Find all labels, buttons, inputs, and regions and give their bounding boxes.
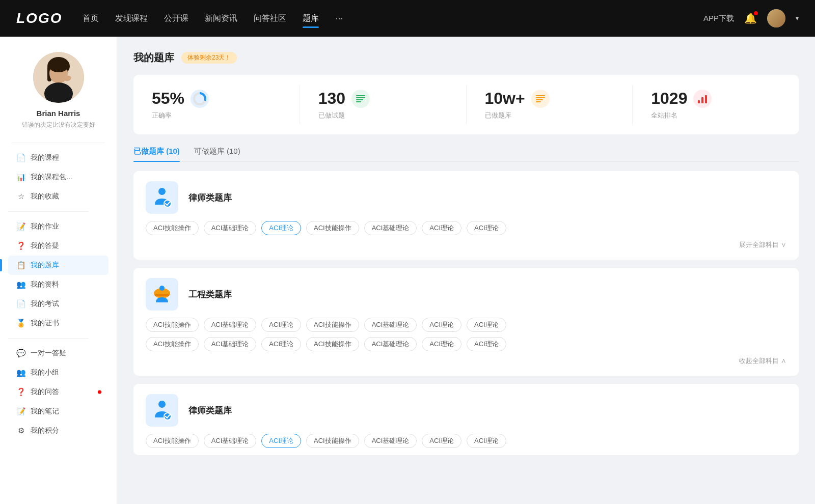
- tag-aci-skill-2[interactable]: ACI技能操作: [306, 221, 359, 235]
- qbank-lawyer1-icon: [146, 181, 178, 214]
- eng-tag-basic-3[interactable]: ACI基础理论: [204, 337, 257, 351]
- svg-rect-16: [536, 99, 543, 100]
- lawyer2-tag-skill-2[interactable]: ACI技能操作: [306, 434, 359, 448]
- qbank-lawyer2-tags: ACI技能操作 ACI基础理论 ACI理论 ACI技能操作 ACI基础理论 AC…: [146, 434, 786, 448]
- collapse-engineer-button[interactable]: 收起全部科目 ∧: [739, 356, 786, 366]
- sidebar-item-exam[interactable]: 📄 我的考试: [8, 294, 108, 314]
- tab-todo[interactable]: 可做题库 (10): [194, 147, 240, 161]
- stat-rank-label: 全站排名: [651, 111, 677, 120]
- stat-done-banks: 10w+ 已做题库: [467, 85, 633, 124]
- qbank-lawyer2-icon: [146, 394, 178, 427]
- sidebar-label-myqa: 我的问答: [31, 387, 59, 397]
- svg-rect-17: [536, 101, 541, 102]
- nav-more[interactable]: ···: [335, 13, 343, 24]
- sidebar-item-question[interactable]: ❓ 我的答疑: [8, 236, 108, 256]
- tag-aci-theory-2[interactable]: ACI理论: [422, 221, 461, 235]
- nav-home[interactable]: 首页: [83, 11, 99, 26]
- lawyer2-tag-theory-2[interactable]: ACI理论: [422, 434, 461, 448]
- stat-accuracy: 55% 正确率: [133, 85, 300, 124]
- group-icon: 👥: [16, 368, 25, 377]
- notification-dot: [754, 11, 758, 15]
- sidebar-item-cert[interactable]: 🏅 我的证书: [8, 314, 108, 333]
- svg-point-21: [158, 188, 166, 195]
- sidebar-label-homework: 我的作业: [31, 222, 59, 231]
- homework-icon: 📝: [16, 222, 25, 231]
- tag-aci-theory-1[interactable]: ACI理论: [261, 221, 301, 235]
- logo[interactable]: LOGO: [16, 10, 62, 26]
- nav-discover[interactable]: 发现课程: [115, 11, 148, 26]
- points-icon: ⚙: [16, 426, 25, 435]
- stat-done-q-label: 已做试题: [318, 111, 345, 120]
- sidebar-item-qbank[interactable]: 📋 我的题库: [8, 256, 108, 275]
- eng-tag-theory-1[interactable]: ACI理论: [261, 318, 301, 332]
- eng-tag-theory-2[interactable]: ACI理论: [422, 318, 461, 332]
- eng-tag-skill-3[interactable]: ACI技能操作: [146, 337, 199, 351]
- eng-tag-skill-4[interactable]: ACI技能操作: [306, 337, 359, 351]
- eng-tag-basic-4[interactable]: ACI基础理论: [364, 337, 417, 351]
- qbank-lawyer1-header: 律师类题库: [146, 181, 786, 214]
- sidebar-item-homework[interactable]: 📝 我的作业: [8, 217, 108, 236]
- user-avatar[interactable]: [767, 9, 785, 27]
- sidebar-item-course[interactable]: 📄 我的课程: [8, 148, 108, 167]
- sidebar-item-profile[interactable]: 👥 我的资料: [8, 275, 108, 294]
- sidebar-item-collect[interactable]: ☆ 我的收藏: [8, 187, 108, 206]
- sidebar-label-package: 我的课程包...: [31, 173, 72, 182]
- lawyer2-tag-basic-2[interactable]: ACI基础理论: [364, 434, 417, 448]
- profile-icon: 👥: [16, 280, 25, 289]
- eng-tag-theory-4[interactable]: ACI理论: [261, 337, 301, 351]
- myqa-notification-dot: [98, 390, 101, 394]
- stat-done-q-top: 130: [318, 89, 370, 108]
- nav-open[interactable]: 公开课: [164, 11, 188, 26]
- sidebar-item-group[interactable]: 👥 我的小组: [8, 363, 108, 382]
- nav-news[interactable]: 新闻资讯: [205, 11, 237, 26]
- sidebar-item-points[interactable]: ⚙ 我的积分: [8, 421, 108, 440]
- tag-aci-skill-1[interactable]: ACI技能操作: [146, 221, 199, 235]
- svg-point-27: [158, 401, 166, 408]
- qbank-card-lawyer1: 律师类题库 ACI技能操作 ACI基础理论 ACI理论 ACI技能操作 ACI基…: [133, 171, 799, 260]
- tag-aci-basic-2[interactable]: ACI基础理论: [364, 221, 417, 235]
- nav-qa[interactable]: 问答社区: [254, 11, 286, 26]
- tab-done[interactable]: 已做题库 (10): [133, 147, 180, 161]
- eng-tag-theory-6[interactable]: ACI理论: [467, 337, 506, 351]
- user-menu-chevron[interactable]: ▾: [796, 15, 799, 22]
- page-body: Brian Harris 错误的决定比没有决定要好 📄 我的课程 📊 我的课程包…: [0, 37, 815, 504]
- sidebar-item-package[interactable]: 📊 我的课程包...: [8, 167, 108, 187]
- eng-tag-skill-2[interactable]: ACI技能操作: [306, 318, 359, 332]
- lawyer2-tag-basic-1[interactable]: ACI基础理论: [204, 434, 257, 448]
- sidebar-label-cert: 我的证书: [31, 319, 59, 328]
- svg-point-26: [159, 286, 165, 291]
- sidebar-item-tutor[interactable]: 💬 一对一答疑: [8, 344, 108, 363]
- eng-tag-skill-1[interactable]: ACI技能操作: [146, 318, 199, 332]
- avatar-svg: [33, 52, 84, 103]
- tag-aci-theory-3[interactable]: ACI理论: [467, 221, 506, 235]
- accuracy-chart-icon: [193, 92, 207, 106]
- notification-bell[interactable]: 🔔: [744, 12, 757, 24]
- qbank-lawyer2-title: 律师类题库: [188, 405, 232, 416]
- svg-rect-18: [698, 100, 700, 103]
- eng-tag-theory-5[interactable]: ACI理论: [422, 337, 461, 351]
- lawyer2-tag-theory-3[interactable]: ACI理论: [467, 434, 506, 448]
- lawyer2-tag-skill-1[interactable]: ACI技能操作: [146, 434, 199, 448]
- list-icon: [355, 93, 366, 104]
- navbar: LOGO 首页 发现课程 公开课 新闻资讯 问答社区 题库 ··· APP下载 …: [0, 0, 815, 37]
- eng-tag-basic-2[interactable]: ACI基础理论: [364, 318, 417, 332]
- tabs-row: 已做题库 (10) 可做题库 (10): [133, 147, 799, 162]
- tag-aci-basic-1[interactable]: ACI基础理论: [204, 221, 257, 235]
- eng-tag-basic-1[interactable]: ACI基础理论: [204, 318, 257, 332]
- lawyer2-tag-theory-1[interactable]: ACI理论: [261, 434, 301, 448]
- eng-tag-theory-3[interactable]: ACI理论: [467, 318, 506, 332]
- svg-rect-15: [536, 97, 545, 98]
- qbank-engineer-title: 工程类题库: [188, 289, 232, 300]
- stat-accuracy-label: 正确率: [152, 111, 172, 120]
- app-download-button[interactable]: APP下载: [703, 14, 734, 23]
- nav-bank[interactable]: 题库: [303, 11, 319, 26]
- stat-accuracy-top: 55%: [152, 89, 209, 108]
- sidebar-label-notes: 我的笔记: [31, 407, 59, 416]
- sidebar-item-notes[interactable]: 📝 我的笔记: [8, 402, 108, 421]
- qbank-engineer-tags-row2: ACI技能操作 ACI基础理论 ACI理论 ACI技能操作 ACI基础理论 AC…: [146, 337, 786, 351]
- sidebar-item-myqa[interactable]: ❓ 我的问答: [8, 382, 108, 402]
- expand-lawyer1-button[interactable]: 展开全部科目 ∨: [739, 240, 786, 249]
- stat-done-banks-value: 10w+: [485, 89, 525, 108]
- exam-icon: 📄: [16, 299, 25, 309]
- tutor-icon: 💬: [16, 349, 25, 358]
